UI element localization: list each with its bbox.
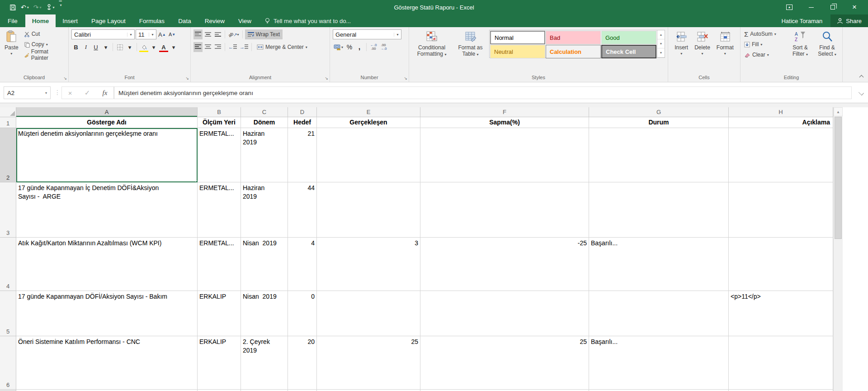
underline-dropdown-arrow[interactable]: ▾ (101, 42, 110, 52)
customize-quick-access-button[interactable]: ▔▾ (58, 2, 63, 13)
underline-button[interactable]: U (91, 42, 100, 52)
redo-dropdown-arrow[interactable]: ▾ (39, 5, 41, 10)
paste-button[interactable]: Paste ▾ (3, 29, 20, 74)
name-box[interactable]: A2 ▾ (4, 86, 51, 99)
cell-E5[interactable] (317, 291, 420, 336)
cell-E4[interactable]: 3 (317, 238, 420, 291)
bottom-align-button[interactable] (213, 29, 222, 39)
clear-dropdown-arrow[interactable]: ▾ (767, 53, 769, 57)
orientation-button[interactable]: ab↗▾ (227, 29, 240, 39)
accounting-dropdown-arrow[interactable]: ▾ (341, 45, 343, 49)
conditional-formatting-button[interactable]: Conditional Formatting ▾ (412, 29, 452, 74)
row-header-1[interactable]: 1 (0, 117, 16, 128)
cell-A6[interactable]: Öneri Sistemine Katılım Performansı - CN… (16, 336, 198, 390)
cell-G4[interactable]: Başarılı... (589, 238, 729, 291)
touch-mouse-mode-button[interactable]: ▾ (45, 2, 56, 13)
row-header-3[interactable]: 3 (0, 182, 16, 238)
delete-dropdown-arrow[interactable]: ▾ (701, 51, 703, 57)
cell-H3[interactable] (729, 182, 833, 238)
undo-dropdown-arrow[interactable]: ▾ (27, 5, 29, 10)
cell-D2[interactable]: 21 (288, 128, 317, 182)
cell-F3[interactable] (420, 182, 589, 238)
number-format-combo[interactable]: General▾ (333, 29, 401, 39)
middle-align-button[interactable] (203, 29, 212, 39)
collapse-ribbon-button[interactable] (858, 75, 864, 79)
cell-E3[interactable] (317, 182, 420, 238)
cell-C2[interactable]: Haziran 2019 (241, 128, 288, 182)
cell-C1[interactable]: Dönem (241, 117, 288, 128)
increase-indent-button[interactable]: → (239, 42, 249, 52)
cell-H4[interactable] (729, 238, 833, 291)
cell-B6[interactable]: ERKALIP (198, 336, 241, 390)
number-dialog-launcher[interactable]: ↘ (404, 76, 407, 81)
style-check-cell[interactable]: Check Cell (601, 45, 656, 58)
undo-button[interactable]: ↶▾ (19, 2, 30, 13)
format-painter-button[interactable]: Format Painter (23, 50, 66, 60)
autosum-dropdown-arrow[interactable]: ▾ (774, 32, 776, 36)
cell-D3[interactable]: 44 (288, 182, 317, 238)
fill-color-dropdown-arrow[interactable]: ▾ (149, 42, 158, 52)
find-select-button[interactable]: Find & Select ▾ (815, 29, 840, 74)
formula-input[interactable]: Müşteri denetim aksiyonlarının gerçekleş… (114, 86, 852, 99)
decrease-decimal-button[interactable]: .00→.0 (379, 42, 388, 52)
cell-F2[interactable] (420, 128, 589, 182)
format-as-table-button[interactable]: Format as Table ▾ (454, 29, 486, 74)
fill-handle[interactable] (196, 181, 198, 182)
font-name-combo[interactable]: Calibri▾ (71, 29, 135, 39)
column-header-G[interactable]: G (589, 107, 729, 117)
fill-button[interactable]: Fill ▾ (743, 39, 786, 49)
row-header-6[interactable]: 6 (0, 336, 16, 390)
gallery-more-button[interactable]: ▼ (657, 48, 665, 57)
cell-F6[interactable]: 25 (420, 336, 589, 390)
align-right-button[interactable] (213, 42, 222, 52)
cancel-button[interactable]: × (68, 89, 72, 97)
cell-C3[interactable]: Haziran 2019 (241, 182, 288, 238)
select-all-button[interactable] (0, 107, 16, 117)
wrap-text-button[interactable]: Wrap Text (245, 29, 283, 39)
autosum-button[interactable]: Σ AutoSum ▾ (743, 29, 786, 39)
scrollbar-thumb[interactable] (835, 117, 842, 239)
cut-button[interactable]: Cut (23, 29, 66, 39)
column-header-F[interactable]: F (420, 107, 589, 117)
cell-F1[interactable]: Sapma(%) (420, 117, 589, 128)
fill-dropdown-arrow[interactable]: ▾ (760, 43, 762, 47)
cell-H6[interactable] (729, 336, 833, 390)
align-left-button[interactable] (193, 42, 203, 52)
cell-H1[interactable]: Açıklama (729, 117, 833, 128)
column-header-H[interactable]: H (729, 107, 833, 117)
insert-function-button[interactable]: fx (103, 89, 108, 97)
tab-home[interactable]: Home (25, 14, 56, 27)
expand-formula-bar-icon[interactable] (859, 90, 864, 95)
insert-dropdown-arrow[interactable]: ▾ (680, 51, 682, 57)
cell-D5[interactable]: 0 (288, 291, 317, 336)
font-size-combo[interactable]: 11▾ (136, 29, 156, 39)
close-button[interactable]: × (845, 0, 863, 14)
top-align-button[interactable] (193, 29, 203, 39)
cell-G2[interactable] (589, 128, 729, 182)
cell-G5[interactable] (589, 291, 729, 336)
cell-G6[interactable]: Başarılı... (589, 336, 729, 390)
gallery-scroll-up[interactable]: ▲ (657, 30, 665, 39)
scroll-up-arrow[interactable]: ▲ (834, 107, 843, 116)
cell-A1[interactable]: Gösterge Adı (16, 117, 198, 128)
cell-B4[interactable]: ERMETAL... (198, 238, 241, 291)
tab-insert[interactable]: Insert (56, 14, 85, 27)
borders-dropdown-arrow[interactable]: ▾ (125, 42, 134, 52)
style-calculation[interactable]: Calculation (546, 45, 601, 58)
paste-dropdown-arrow[interactable]: ▾ (10, 51, 12, 57)
cell-F4[interactable]: -25 (420, 238, 589, 291)
delete-cells-button[interactable]: Delete ▾ (693, 29, 712, 74)
minimize-button[interactable] (802, 0, 820, 14)
signed-in-user[interactable]: Hatice Toraman (781, 18, 822, 24)
format-dropdown-arrow[interactable]: ▾ (724, 51, 726, 57)
tell-me-box[interactable]: Tell me what you want to do... (264, 14, 351, 27)
insert-cells-button[interactable]: Insert ▾ (673, 29, 690, 74)
tab-view[interactable]: View (231, 14, 258, 27)
cell-G3[interactable] (589, 182, 729, 238)
cell-H5[interactable]: <p>11</p> (729, 291, 833, 336)
font-color-dropdown-arrow[interactable]: ▾ (169, 42, 178, 52)
copy-dropdown-arrow[interactable]: ▾ (46, 43, 48, 47)
grow-font-button[interactable]: A▲ (157, 29, 167, 39)
italic-button[interactable]: I (81, 42, 90, 52)
format-cells-button[interactable]: Format ▾ (715, 29, 736, 74)
